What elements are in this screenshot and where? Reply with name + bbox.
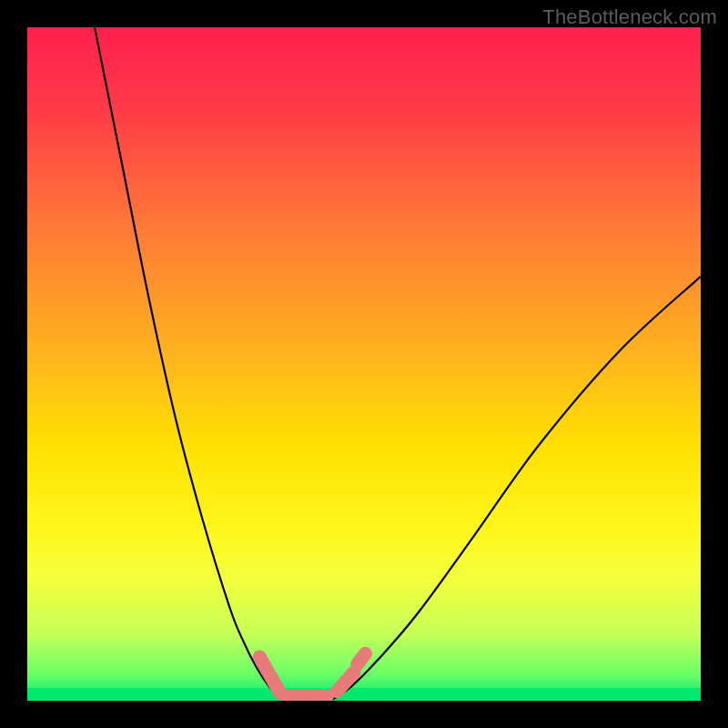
marker-trough-left-slope — [259, 657, 279, 693]
marker-trough-right-slope — [337, 672, 354, 692]
watermark-text: TheBottleneck.com — [542, 5, 717, 29]
left-curve — [95, 27, 283, 701]
right-curve — [330, 277, 701, 701]
plot-area — [27, 27, 701, 701]
chart-frame: TheBottleneck.com — [0, 0, 728, 728]
marker-trough-right-upper — [358, 653, 366, 664]
curves-layer — [27, 27, 701, 701]
